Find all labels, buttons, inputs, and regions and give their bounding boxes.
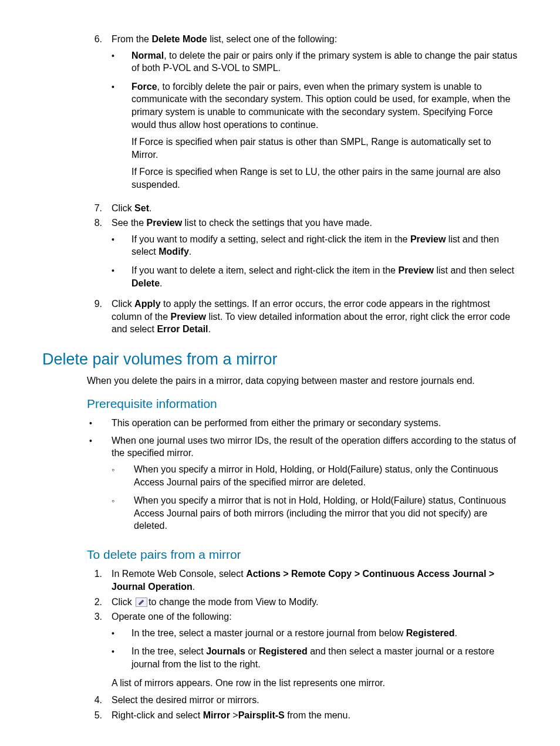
step-number: 5. <box>88 709 102 722</box>
bullet: In the tree, select Journals or Register… <box>112 645 518 670</box>
text: See the <box>112 218 147 228</box>
circle-marker <box>112 463 134 488</box>
step-7: 7. Click Set. <box>42 202 518 215</box>
bold: Preview <box>398 265 433 275</box>
bold: Preview <box>147 218 182 228</box>
step-number: 7. <box>88 202 102 215</box>
step-number: 4. <box>88 694 102 707</box>
text: . <box>208 324 211 334</box>
text: . <box>454 628 457 638</box>
text: or <box>245 646 259 656</box>
bullet-delete: If you want to delete a item, select and… <box>112 264 518 289</box>
bold: Mirror <box>203 710 230 720</box>
bold: Registered <box>259 646 308 656</box>
bold: Normal <box>131 50 164 60</box>
subsection-heading-prereq: Prerequisite information <box>87 396 518 412</box>
bullet-marker <box>112 80 131 194</box>
prereq-item: This operation can be performed from eit… <box>42 417 518 430</box>
bold: Force <box>131 82 157 92</box>
step-1: 1. In Remote Web Console, select Actions… <box>42 568 518 593</box>
step-number: 2. <box>88 596 102 609</box>
bullet-marker <box>42 417 112 430</box>
circle-marker <box>112 494 134 532</box>
bold: Modify <box>158 247 189 256</box>
text: list to check the settings that you have… <box>182 218 372 228</box>
bullet-modify: If you want to modify a setting, select … <box>112 233 518 258</box>
text: When you specify a mirror that is not in… <box>134 494 518 532</box>
bold: Preview <box>171 312 206 322</box>
step-8: 8. See the Preview list to check the set… <box>42 217 518 295</box>
text: from the menu. <box>285 710 350 720</box>
step-4: 4. Select the desired mirror or mirrors. <box>42 694 518 707</box>
bullet-marker <box>112 627 131 640</box>
step-9: 9. Click Apply to apply the settings. If… <box>42 298 518 336</box>
text: If Force is specified when Range is set … <box>131 166 518 191</box>
step-number: 3. <box>88 610 102 623</box>
procedure-list-lower: 1. In Remote Web Console, select Actions… <box>42 568 518 721</box>
text: Click <box>112 597 134 607</box>
step-number: 9. <box>88 298 102 310</box>
bullet-normal: Normal, to delete the pair or pairs only… <box>112 49 518 75</box>
step-number: 6. <box>88 33 102 46</box>
section-heading: Delete pair volumes from a mirror <box>42 349 518 370</box>
bullet-marker <box>112 645 131 670</box>
text: Operate one of the following: <box>112 612 232 622</box>
text: Click <box>112 299 134 309</box>
bold: Error Detail <box>157 324 208 334</box>
text: When you specify a mirror in Hold, Holdi… <box>134 463 518 488</box>
text: A list of mirrors appears. One row in th… <box>112 677 518 690</box>
bold: Journals <box>206 646 245 656</box>
text: to change the mode from View to Modify. <box>149 597 318 607</box>
text: list, select one of the following: <box>207 34 337 44</box>
text: If you want to delete a item, select and… <box>131 265 398 275</box>
bold: Set <box>134 203 149 213</box>
bold: Apply <box>134 299 160 309</box>
bullet-marker <box>112 49 131 75</box>
text: list and then select <box>434 265 514 275</box>
procedure-list-upper: 6. From the Delete Mode list, select one… <box>42 33 518 336</box>
bold: Registered <box>406 628 455 638</box>
text: . <box>193 582 195 592</box>
text: From the <box>112 34 151 44</box>
text: In Remote Web Console, select <box>112 569 246 579</box>
text: . <box>189 247 191 256</box>
sub-item: When you specify a mirror in Hold, Holdi… <box>112 463 518 488</box>
text: If Force is specified when pair status i… <box>131 136 518 161</box>
text: . <box>149 203 151 213</box>
step-6: 6. From the Delete Mode list, select one… <box>42 33 518 200</box>
text: Right-click and select <box>112 710 203 720</box>
bold: Pairsplit-S <box>238 710 285 720</box>
bullet: In the tree, select a master journal or … <box>112 627 518 640</box>
text: If you want to modify a setting, select … <box>131 234 410 244</box>
text: > <box>230 710 238 720</box>
step-2: 2. Click to change the mode from View to… <box>42 596 518 609</box>
subsection-heading-procedure: To delete pairs from a mirror <box>87 546 518 563</box>
text: This operation can be performed from eit… <box>112 417 518 430</box>
step-number: 8. <box>88 217 102 229</box>
text: , to delete the pair or pairs only if th… <box>131 50 517 73</box>
bullet-marker <box>112 233 131 258</box>
bullet-force: Force, to forcibly delete the pair or pa… <box>112 80 518 194</box>
bold: Preview <box>410 234 446 244</box>
sub-item: When you specify a mirror that is not in… <box>112 494 518 532</box>
step-5: 5. Right-click and select Mirror >Pairsp… <box>42 709 518 722</box>
text: . <box>160 278 162 288</box>
bullet-marker <box>42 434 112 538</box>
step-3: 3. Operate one of the following: In the … <box>42 610 518 691</box>
text: Select the desired mirror or mirrors. <box>112 694 518 707</box>
prereq-item: When one journal uses two mirror IDs, th… <box>42 434 518 538</box>
bold: Delete Mode <box>151 34 207 44</box>
text: When one journal uses two mirror IDs, th… <box>112 436 516 458</box>
prereq-list: This operation can be performed from eit… <box>42 417 518 538</box>
bullet-marker <box>112 264 131 289</box>
bold: Delete <box>131 278 160 288</box>
section-intro: When you delete the pairs in a mirror, d… <box>87 374 518 387</box>
text: In the tree, select a master journal or … <box>131 628 406 638</box>
step-number: 1. <box>88 568 102 580</box>
text: , to forcibly delete the pair or pairs, … <box>131 82 510 130</box>
text: Click <box>112 203 134 213</box>
text: In the tree, select <box>131 646 206 656</box>
modify-mode-icon <box>136 598 147 607</box>
